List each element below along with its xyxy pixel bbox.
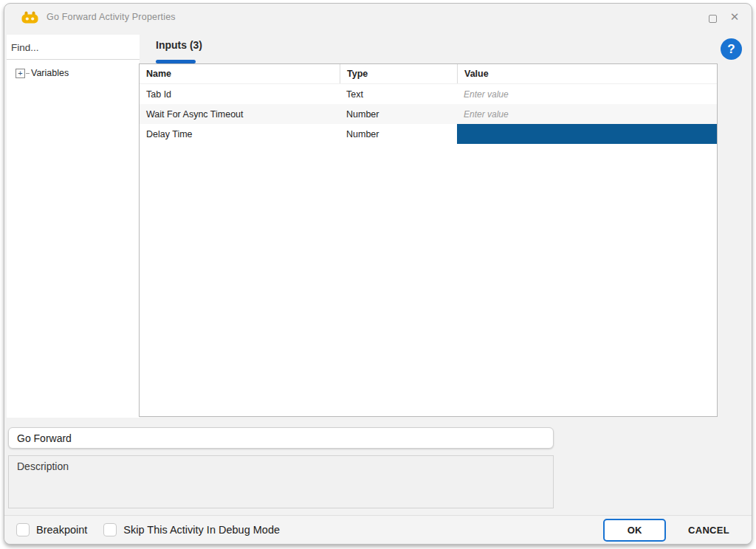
tab-inputs[interactable]: Inputs (3) (156, 39, 202, 51)
tree-expand-icon[interactable]: + (16, 69, 25, 78)
skip-debug-label: Skip This Activity In Debug Mode (123, 524, 280, 536)
name-cell: Wait For Async Timeout (140, 104, 340, 124)
tree-connector (26, 73, 30, 74)
inputs-table: Name Type Value Tab Id Text Enter value … (139, 63, 718, 417)
name-cell: Delay Time (140, 124, 340, 144)
breakpoint-checkbox[interactable] (16, 523, 30, 536)
value-placeholder: Enter value (464, 109, 509, 120)
close-icon[interactable]: ✕ (726, 9, 743, 25)
type-cell: Text (340, 84, 457, 104)
ok-button[interactable]: OK (603, 519, 666, 542)
type-cell: Number (340, 104, 457, 124)
help-icon[interactable]: ? (721, 38, 742, 60)
skip-debug-checkbox-group[interactable]: Skip This Activity In Debug Mode (103, 523, 280, 536)
column-header-name: Name (140, 64, 340, 83)
properties-dialog: Go Forward Activity Properties ✕ ? + Var… (4, 3, 752, 545)
value-placeholder: Enter value (464, 89, 509, 100)
footer-bar: Breakpoint Skip This Activity In Debug M… (4, 515, 752, 544)
name-cell: Tab Id (140, 84, 340, 104)
window-title: Go Forward Activity Properties (47, 12, 176, 22)
table-row: Delay Time Number (140, 124, 717, 144)
table-header-row: Name Type Value (140, 64, 717, 84)
find-input[interactable] (7, 35, 140, 60)
tree-item-label[interactable]: Variables (31, 68, 69, 78)
breakpoint-checkbox-group[interactable]: Breakpoint (16, 523, 87, 536)
value-cell-selected[interactable] (457, 124, 717, 144)
activity-name-input[interactable] (8, 427, 554, 449)
tree-item-variables[interactable]: + Variables (7, 68, 140, 78)
value-cell[interactable]: Enter value (457, 84, 717, 104)
value-cell[interactable]: Enter value (457, 104, 717, 124)
bot-icon (21, 11, 38, 24)
title-bar: Go Forward Activity Properties (4, 4, 752, 30)
cancel-button[interactable]: CANCEL (688, 525, 729, 536)
column-header-value: Value (457, 64, 717, 83)
table-row: Wait For Async Timeout Number Enter valu… (140, 104, 717, 124)
variables-sidebar: + Variables (7, 35, 140, 418)
maximize-button[interactable] (709, 15, 717, 23)
breakpoint-label: Breakpoint (36, 524, 87, 536)
type-cell: Number (340, 124, 457, 144)
column-header-type: Type (340, 64, 457, 83)
description-textarea[interactable] (8, 455, 554, 508)
skip-debug-checkbox[interactable] (103, 523, 117, 536)
table-row: Tab Id Text Enter value (140, 84, 717, 104)
